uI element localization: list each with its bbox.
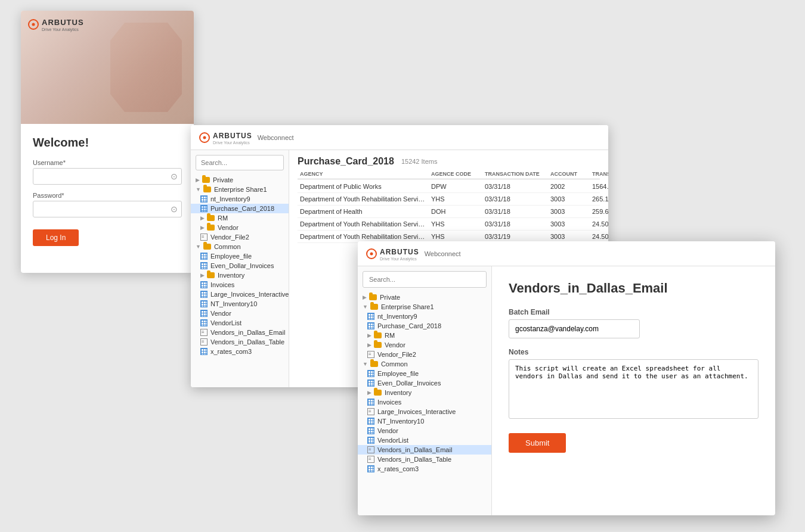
tree-item-vendor-file2[interactable]: Vendor_File2	[191, 232, 289, 242]
tree-label-vl: VendorList	[210, 319, 242, 326]
ew-label-invoices: Invoices	[377, 399, 401, 406]
tree-label-common: Common	[214, 243, 241, 250]
wc-product-name: Webconnect	[258, 134, 294, 141]
ew-tree-private[interactable]: ▶ Private	[358, 293, 491, 302]
tree-item-nt-inventory9[interactable]: nt_Inventory9	[191, 194, 289, 204]
ew-tree-vendor[interactable]: ▶ Vendor	[358, 340, 491, 350]
script-icon-vf2	[200, 234, 208, 241]
ew-tree-xrates[interactable]: x_rates_com3	[358, 464, 491, 474]
ew-tree-inventory[interactable]: ▶ Inventory	[358, 388, 491, 397]
tree-item-vid-email[interactable]: Vendors_in_Dallas_Email	[191, 328, 289, 337]
col-account: Account	[548, 171, 590, 177]
ew-tree-even-dollar[interactable]: Even_Dollar_Invoices	[358, 378, 491, 388]
brand-sub: Drive Your Analytics	[42, 27, 84, 32]
ew-product-name: Webconnect	[425, 250, 461, 257]
ew-search-input[interactable]	[363, 271, 487, 288]
ew-tree-employee-file[interactable]: Employee_file	[358, 369, 491, 378]
tree-item-private[interactable]: ▶ Private	[191, 175, 289, 185]
ew-label-ed: Even_Dollar_Invoices	[377, 379, 441, 387]
folder-icon-ew-inv	[374, 390, 382, 396]
tree-item-nt-inventory10[interactable]: NT_Inventory10	[191, 299, 289, 309]
tree-label-vendor: Vendor	[218, 224, 239, 231]
script-icon-ew-vf2	[367, 351, 374, 358]
ew-tree-nt-inv9[interactable]: nt_Inventory9	[358, 312, 491, 321]
folder-icon-vendor	[207, 225, 215, 231]
tree-item-vendor-list[interactable]: VendorList	[191, 318, 289, 328]
ew-tree-vendor-common[interactable]: Vendor	[358, 426, 491, 435]
table-row[interactable]: Department of HealthDOH03/31/183003259.6…	[298, 206, 600, 218]
grid-icon-ni10	[200, 300, 208, 307]
tree-item-employee-file[interactable]: Employee_file	[191, 251, 289, 261]
login-button[interactable]: Log In	[33, 229, 79, 246]
table-row[interactable]: Department of Youth Rehabilitation Servi…	[298, 193, 600, 206]
tree-label-vdt: Vendors_in_Dallas_Table	[210, 338, 284, 346]
ew-brand-sub: Drive Your Analytics	[380, 257, 419, 261]
script-icon-vde	[200, 329, 208, 336]
wc-table-count: 15242 Items	[401, 158, 438, 165]
ew-tree-vendor-list[interactable]: VendorList	[358, 435, 491, 445]
tree-item-invoices[interactable]: Invoices	[191, 280, 289, 290]
tree-item-vendor-common[interactable]: Vendor	[191, 309, 289, 318]
notes-textarea[interactable]	[509, 359, 758, 419]
ew-label-inv: Inventory	[385, 389, 411, 396]
tree-item-purchase-card[interactable]: Purchase_Card_2018	[191, 204, 289, 213]
username-label: Username*	[33, 159, 182, 166]
grid-icon-ef	[200, 253, 208, 260]
arbutus-logo-icon-ew	[366, 248, 377, 259]
tree-item-inventory[interactable]: ▶ Inventory	[191, 270, 289, 280]
table-row[interactable]: Department of Public WorksDPW03/31/18200…	[298, 181, 600, 193]
tree-item-large-invoices[interactable]: Large_Invoices_Interactive	[191, 290, 289, 299]
tree-label-2: Purchase_Card_2018	[210, 205, 274, 212]
wc-table-title: Purchase_Card_2018	[298, 156, 394, 167]
username-input[interactable]	[33, 168, 182, 185]
batch-email-input[interactable]	[509, 319, 640, 338]
arbutus-logo-icon	[28, 19, 39, 30]
ew-tree-invoices[interactable]: Invoices	[358, 397, 491, 407]
ew-label-ef: Employee_file	[377, 370, 419, 377]
ew-tree-nt-inv10[interactable]: NT_Inventory10	[358, 416, 491, 426]
col-agency: AGENCY	[298, 171, 429, 177]
tree-item-even-dollar[interactable]: Even_Dollar_Invoices	[191, 261, 289, 270]
grid-icon-2	[200, 205, 208, 212]
grid-icon-inv	[200, 281, 208, 288]
tree-label-xr: x_rates_com3	[210, 348, 252, 355]
grid-icon-ew2	[367, 322, 374, 329]
login-form: Welcome! Username* ⊙ Password* ⊙ Log In	[21, 124, 194, 258]
tree-item-enterprise[interactable]: ▼ Enterprise Share1	[191, 185, 289, 194]
tree-item-xrates[interactable]: x_rates_com3	[191, 347, 289, 356]
ew-brand-name: ARBUTUS	[380, 248, 419, 256]
ew-tree-vendor-file2[interactable]: Vendor_File2	[358, 350, 491, 359]
tree-item-vid-table[interactable]: Vendors_in_Dallas_Table	[191, 337, 289, 347]
ew-tree-vid-email[interactable]: Vendors_in_Dallas_Email	[358, 445, 491, 455]
ew-tree-enterprise[interactable]: ▼ Enterprise Share1	[358, 302, 491, 312]
ew-tree-purchase-card[interactable]: Purchase_Card_2018	[358, 321, 491, 331]
grid-icon-ed	[200, 262, 208, 269]
tree-label-vc: Vendor	[210, 310, 231, 317]
wc-table-header: Purchase_Card_2018 15242 Items	[289, 150, 608, 169]
script-icon-ew-vdt	[367, 456, 374, 463]
table-row[interactable]: Department of Youth Rehabilitation Servi…	[298, 218, 600, 231]
tree-toggle-rm: ▶	[200, 215, 205, 221]
ew-tree-vid-table[interactable]: Vendors_in_Dallas_Table	[358, 455, 491, 464]
submit-button[interactable]: Submit	[509, 433, 566, 453]
tree-item-common[interactable]: ▼ Common	[191, 242, 289, 251]
folder-icon-common	[203, 244, 211, 250]
tree-toggle-vendor: ▶	[200, 225, 205, 231]
ew-label-rm: RM	[385, 332, 395, 339]
ew-tree-rm[interactable]: ▶ RM	[358, 331, 491, 340]
password-input[interactable]	[33, 201, 182, 217]
folder-icon-ew-vendor	[374, 342, 382, 348]
grid-icon-ew-ed	[367, 379, 374, 387]
tree-label-ni10: NT_Inventory10	[210, 300, 257, 307]
tree-item-rm[interactable]: ▶ RM	[191, 213, 289, 223]
batch-email-label: Batch Email	[509, 308, 758, 316]
wc-search-input[interactable]	[196, 155, 284, 170]
ew-tree-large-invoices[interactable]: Large_Invoices_Interactive	[358, 407, 491, 416]
webconnect-brand: ARBUTUS Drive Your Analytics Webconnect	[199, 130, 294, 145]
email-dialog-form: Vendors_in_Dallas_Email Batch Email Note…	[492, 266, 775, 515]
tree-label-ed: Even_Dollar_Invoices	[210, 262, 274, 269]
email-dialog-body: ▶ Private ▼ Enterprise Share1 nt_Invento…	[358, 266, 775, 515]
tree-item-vendor[interactable]: ▶ Vendor	[191, 223, 289, 232]
ew-tree-common[interactable]: ▼ Common	[358, 359, 491, 369]
wc-file-tree: ▶ Private ▼ Enterprise Share1 nt_Invento…	[191, 150, 289, 387]
